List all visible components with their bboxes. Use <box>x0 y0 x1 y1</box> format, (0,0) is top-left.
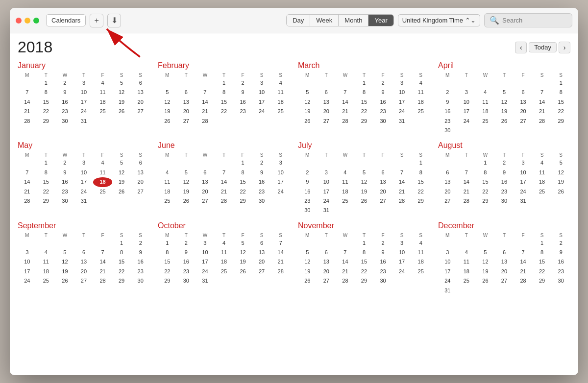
calendar-day[interactable]: 14 <box>336 257 355 266</box>
calendar-day[interactable]: 8 <box>158 248 177 257</box>
calendar-day[interactable]: 29 <box>37 196 56 206</box>
calendar-day[interactable]: 6 <box>373 168 392 177</box>
calendar-day[interactable]: 21 <box>336 267 355 276</box>
calendar-day[interactable]: 29 <box>158 276 177 286</box>
calendar-day[interactable]: 28 <box>18 196 37 206</box>
calendar-day[interactable]: 28 <box>392 196 412 206</box>
month-name[interactable]: October <box>158 221 290 230</box>
calendar-day[interactable]: 30 <box>131 276 150 286</box>
timezone-selector[interactable]: United Kingdom Time ⌃⌄ <box>398 14 480 26</box>
calendar-day[interactable]: 15 <box>233 177 252 187</box>
calendar-day[interactable]: 13 <box>74 257 94 266</box>
calendar-day[interactable]: 23 <box>131 267 150 276</box>
calendar-day[interactable]: 29 <box>233 196 252 206</box>
calendar-day[interactable]: 24 <box>271 187 290 196</box>
calendar-day[interactable]: 12 <box>298 97 317 107</box>
calendar-day[interactable]: 22 <box>37 107 56 116</box>
calendar-day[interactable]: 12 <box>298 257 317 266</box>
calendar-day[interactable]: 8 <box>551 88 570 97</box>
calendar-day[interactable]: 25 <box>37 276 56 286</box>
calendar-day[interactable]: 12 <box>476 257 495 266</box>
calendar-day[interactable]: 12 <box>233 248 252 257</box>
calendar-day[interactable]: 9 <box>55 168 74 177</box>
calendar-day[interactable]: 30 <box>551 276 570 286</box>
calendar-day[interactable]: 30 <box>177 276 196 286</box>
calendar-day[interactable]: 21 <box>533 107 552 116</box>
calendar-day[interactable]: 17 <box>18 267 37 276</box>
calendar-day[interactable]: 7 <box>215 168 234 177</box>
calendar-day[interactable]: 23 <box>55 187 74 196</box>
calendar-day[interactable]: 26 <box>355 196 374 206</box>
calendar-day[interactable]: 4 <box>476 88 495 97</box>
calendar-day[interactable]: 6 <box>131 158 150 168</box>
calendar-day[interactable]: 14 <box>392 177 412 187</box>
calendar-day[interactable]: 9 <box>131 248 150 257</box>
calendar-day[interactable]: 13 <box>514 97 533 107</box>
calendar-day[interactable]: 3 <box>74 158 94 168</box>
calendar-day[interactable]: 7 <box>514 248 533 257</box>
calendar-day[interactable]: 20 <box>495 267 514 276</box>
search-box[interactable]: 🔍 <box>484 13 572 27</box>
month-name[interactable]: February <box>158 61 290 70</box>
calendar-day[interactable]: 25 <box>215 267 234 276</box>
calendar-day[interactable]: 21 <box>18 187 37 196</box>
calendar-day[interactable]: 27 <box>514 117 533 126</box>
calendar-day[interactable]: 29 <box>551 117 570 126</box>
calendar-day[interactable]: 5 <box>476 248 495 257</box>
calendar-day[interactable]: 21 <box>215 187 234 196</box>
calendar-day[interactable]: 19 <box>298 267 317 276</box>
calendar-day[interactable]: 14 <box>457 177 476 187</box>
calendar-day[interactable]: 30 <box>55 117 74 126</box>
calendar-day[interactable]: 18 <box>215 257 234 266</box>
calendar-day[interactable]: 17 <box>74 97 94 107</box>
calendar-day[interactable]: 27 <box>74 276 94 286</box>
calendar-day[interactable]: 17 <box>74 177 94 187</box>
minimize-button[interactable] <box>24 18 30 24</box>
calendar-day[interactable]: 28 <box>457 196 476 206</box>
calendar-day[interactable]: 3 <box>252 78 271 88</box>
calendar-day[interactable]: 8 <box>355 248 374 257</box>
calendar-day[interactable]: 19 <box>476 267 495 276</box>
calendar-day[interactable]: 11 <box>476 97 495 107</box>
calendar-day[interactable]: 28 <box>533 117 552 126</box>
calendar-day[interactable]: 7 <box>18 88 37 97</box>
calendar-day[interactable]: 18 <box>476 107 495 116</box>
calendar-day[interactable]: 16 <box>233 97 252 107</box>
calendar-day[interactable]: 20 <box>252 257 271 266</box>
calendar-day[interactable]: 30 <box>298 206 317 215</box>
calendar-day[interactable]: 3 <box>438 248 457 257</box>
calendar-day[interactable]: 12 <box>495 97 514 107</box>
calendar-day[interactable]: 1 <box>411 158 430 168</box>
calendar-day[interactable]: 11 <box>336 177 355 187</box>
calendar-day[interactable]: 15 <box>411 177 430 187</box>
calendar-day[interactable]: 2 <box>551 239 570 248</box>
calendar-day[interactable]: 1 <box>355 78 374 88</box>
calendar-day[interactable]: 8 <box>37 88 56 97</box>
calendar-day[interactable]: 27 <box>252 267 271 276</box>
calendar-day[interactable]: 17 <box>317 187 336 196</box>
calendar-day[interactable]: 2 <box>298 168 317 177</box>
calendar-day[interactable]: 7 <box>18 168 37 177</box>
calendar-day[interactable]: 22 <box>355 107 374 116</box>
calendar-day[interactable]: 14 <box>93 257 112 266</box>
calendar-day[interactable]: 30 <box>252 196 271 206</box>
calendar-day[interactable]: 22 <box>233 187 252 196</box>
calendar-day[interactable]: 13 <box>196 177 215 187</box>
week-view-button[interactable]: Week <box>310 15 339 26</box>
month-name[interactable]: November <box>298 221 430 230</box>
calendar-day[interactable]: 24 <box>74 107 94 116</box>
calendar-day[interactable]: 28 <box>18 117 37 126</box>
calendar-day[interactable]: 6 <box>438 168 457 177</box>
month-name[interactable]: June <box>158 141 290 150</box>
calendar-day[interactable]: 10 <box>514 168 533 177</box>
calendar-day[interactable]: 12 <box>551 168 570 177</box>
calendar-day[interactable]: 5 <box>55 248 74 257</box>
calendar-day[interactable]: 7 <box>336 248 355 257</box>
calendar-day[interactable]: 19 <box>55 267 74 276</box>
calendar-day[interactable]: 23 <box>373 267 392 276</box>
calendar-day[interactable]: 23 <box>252 187 271 196</box>
calendar-day[interactable]: 3 <box>514 158 533 168</box>
calendar-day[interactable]: 13 <box>131 168 150 177</box>
calendar-day[interactable]: 2 <box>252 158 271 168</box>
calendar-day[interactable]: 25 <box>533 187 552 196</box>
